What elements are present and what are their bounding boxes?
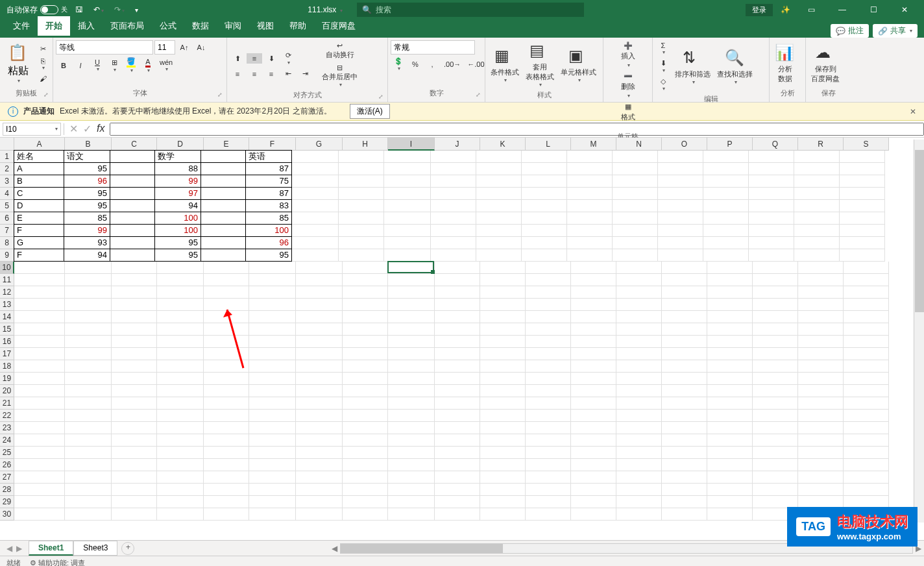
- cell-J11[interactable]: [435, 274, 480, 286]
- cell-D9[interactable]: 95: [154, 249, 201, 262]
- cell-B3[interactable]: 96: [64, 175, 110, 188]
- cell-M21[interactable]: [571, 397, 616, 410]
- cell-P24[interactable]: [707, 434, 753, 447]
- cell-G2[interactable]: [292, 163, 339, 175]
- cell-I27[interactable]: [388, 471, 435, 484]
- cell-B4[interactable]: 95: [64, 187, 110, 200]
- row-header-3[interactable]: 3: [0, 175, 14, 188]
- cell-L29[interactable]: [526, 496, 571, 508]
- cell-H7[interactable]: [339, 225, 384, 237]
- cell-P25[interactable]: [707, 447, 753, 459]
- cell-K7[interactable]: [476, 225, 522, 237]
- row-header-23[interactable]: 23: [0, 422, 14, 434]
- cell-R7[interactable]: [794, 225, 840, 237]
- sheet-nav-next-icon[interactable]: ▶: [16, 544, 22, 553]
- cell-S13[interactable]: [844, 299, 889, 311]
- cell-D10[interactable]: [157, 262, 204, 274]
- insert-cells-button[interactable]: ➕插入▾: [618, 40, 638, 69]
- cell-I17[interactable]: [388, 348, 435, 360]
- cell-R14[interactable]: [798, 311, 844, 323]
- find-select-button[interactable]: 🔍查找和选择▾: [714, 47, 755, 86]
- cell-C24[interactable]: [112, 434, 157, 447]
- cell-H9[interactable]: [339, 249, 384, 262]
- cell-P12[interactable]: [707, 286, 753, 299]
- cell-R5[interactable]: [794, 200, 840, 212]
- cell-Q3[interactable]: [749, 175, 794, 188]
- cell-R11[interactable]: [798, 274, 844, 286]
- cell-H3[interactable]: [339, 175, 384, 188]
- cell-C18[interactable]: [112, 360, 157, 373]
- cell-F25[interactable]: [249, 447, 296, 459]
- cell-C27[interactable]: [112, 471, 157, 484]
- cell-N26[interactable]: [616, 459, 662, 471]
- cell-G28[interactable]: [296, 484, 343, 496]
- cell-K14[interactable]: [480, 311, 526, 323]
- cell-P8[interactable]: [703, 237, 749, 249]
- cell-R27[interactable]: [798, 471, 844, 484]
- row-header-21[interactable]: 21: [0, 397, 14, 410]
- cell-K8[interactable]: [476, 237, 522, 249]
- increase-font-icon[interactable]: A↑: [176, 42, 192, 53]
- cell-B24[interactable]: [65, 434, 112, 447]
- cell-S27[interactable]: [844, 471, 889, 484]
- cell-I9[interactable]: [384, 249, 431, 262]
- cell-E19[interactable]: [204, 373, 249, 385]
- cell-S9[interactable]: [840, 249, 885, 262]
- cell-D18[interactable]: [157, 360, 204, 373]
- cell-A6[interactable]: E: [14, 212, 64, 225]
- cell-H23[interactable]: [343, 422, 388, 434]
- cell-B9[interactable]: 94: [64, 249, 110, 262]
- cell-D8[interactable]: 95: [154, 236, 201, 249]
- ribbon-display-icon[interactable]: ▭: [798, 5, 824, 14]
- accounting-icon[interactable]: 💲▾: [391, 56, 406, 73]
- cell-G23[interactable]: [296, 422, 343, 434]
- cell-G20[interactable]: [296, 385, 343, 397]
- cell-R22[interactable]: [798, 410, 844, 422]
- cell-S4[interactable]: [840, 188, 885, 200]
- cell-P22[interactable]: [707, 410, 753, 422]
- new-sheet-button[interactable]: +: [121, 542, 134, 555]
- cell-K21[interactable]: [480, 397, 526, 410]
- cell-D6[interactable]: 100: [154, 212, 201, 225]
- cell-O6[interactable]: [658, 212, 703, 225]
- cell-K19[interactable]: [480, 373, 526, 385]
- cell-M17[interactable]: [571, 348, 616, 360]
- cell-I21[interactable]: [388, 397, 435, 410]
- cell-B29[interactable]: [65, 496, 112, 508]
- cell-R12[interactable]: [798, 286, 844, 299]
- cell-O20[interactable]: [662, 385, 707, 397]
- tab-数据[interactable]: 数据: [184, 16, 217, 38]
- cell-A22[interactable]: [14, 410, 65, 422]
- cell-M30[interactable]: [571, 508, 616, 521]
- cell-I30[interactable]: [388, 508, 435, 521]
- cell-I22[interactable]: [388, 410, 435, 422]
- cell-E8[interactable]: [201, 236, 246, 249]
- cell-H11[interactable]: [343, 274, 388, 286]
- cell-J15[interactable]: [435, 323, 480, 336]
- minimize-icon[interactable]: —: [829, 5, 855, 14]
- cell-L23[interactable]: [526, 422, 571, 434]
- cell-M16[interactable]: [571, 336, 616, 348]
- cell-J23[interactable]: [435, 422, 480, 434]
- font-size-select[interactable]: [154, 40, 175, 55]
- cell-J9[interactable]: [431, 249, 476, 262]
- spreadsheet-grid[interactable]: ABCDEFGHIJKLMNOPQRS 12345678910111213141…: [0, 138, 924, 540]
- cell-K20[interactable]: [480, 385, 526, 397]
- cell-A27[interactable]: [14, 471, 65, 484]
- cell-I4[interactable]: [384, 188, 431, 200]
- tab-帮助[interactable]: 帮助: [282, 16, 314, 38]
- cell-S26[interactable]: [844, 459, 889, 471]
- col-header-Q[interactable]: Q: [753, 138, 798, 151]
- cell-F14[interactable]: [249, 311, 296, 323]
- cell-A26[interactable]: [14, 459, 65, 471]
- cell-H1[interactable]: [339, 151, 384, 163]
- row-header-1[interactable]: 1: [0, 151, 14, 163]
- cell-A14[interactable]: [14, 311, 65, 323]
- cell-F4[interactable]: 87: [245, 187, 292, 200]
- cell-F19[interactable]: [249, 373, 296, 385]
- cell-E28[interactable]: [204, 484, 249, 496]
- increase-indent-icon[interactable]: ⇥: [297, 68, 313, 79]
- cell-H15[interactable]: [343, 323, 388, 336]
- formula-input[interactable]: [110, 123, 924, 136]
- cell-D3[interactable]: 99: [154, 175, 201, 188]
